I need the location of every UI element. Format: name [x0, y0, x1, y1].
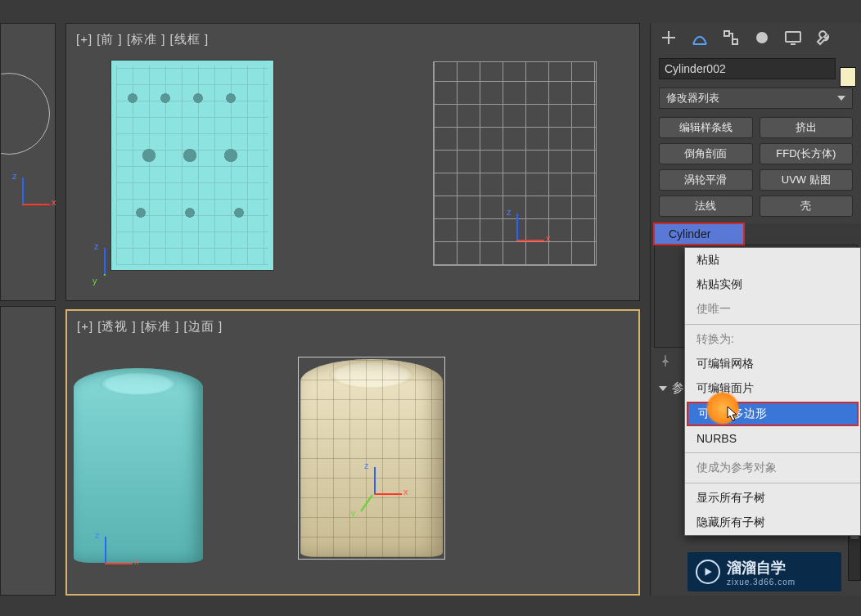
modify-tab-icon[interactable]	[690, 28, 710, 50]
modifier-list-dropdown[interactable]: 修改器列表	[659, 88, 853, 109]
ctx-editable-mesh[interactable]: 可编辑网格	[685, 352, 860, 376]
viewport-label-persp[interactable]: [+] [透视 ] [标准 ] [边面 ]	[77, 319, 223, 335]
svg-rect-3	[786, 32, 800, 42]
utilities-tab-icon[interactable]	[814, 28, 834, 50]
front-plane-object	[110, 60, 274, 271]
modifier-btn-shell[interactable]: 壳	[760, 196, 854, 217]
modifier-btn-ffd[interactable]: FFD(长方体)	[760, 143, 854, 164]
object-color-swatch[interactable]	[840, 67, 856, 87]
object-name-input[interactable]	[659, 58, 836, 79]
ctx-nurbs[interactable]: NURBS	[685, 427, 860, 450]
ctx-convert-to: 转换为:	[685, 327, 860, 352]
ctx-make-unique: 使唯一	[685, 297, 860, 321]
axis-gizmo-persp-corner: z x	[87, 542, 124, 579]
watermark-sub: zixue.3d66.com	[727, 578, 796, 587]
viewport-bottomleft[interactable]	[0, 306, 56, 596]
axis-gizmo-persp[interactable]: z x y	[356, 472, 394, 510]
axis-gizmo-corner: z y	[86, 253, 124, 290]
ctx-hide-all-subtrees[interactable]: 隐藏所有子树	[685, 510, 860, 535]
chevron-down-icon	[659, 386, 667, 391]
viewport-front[interactable]: [+] [前 ] [标准 ] [线框 ] z x z y	[65, 23, 640, 301]
modifier-btn-extrude[interactable]: 挤出	[760, 117, 854, 138]
modifier-btn-editspline[interactable]: 编辑样条线	[659, 117, 753, 138]
viewports: z x [+] [前 ] [标准 ] [线框 ] z x z y [+] [透视…	[0, 23, 643, 596]
ctx-show-all-subtrees[interactable]: 显示所有子树	[685, 486, 860, 510]
display-tab-icon[interactable]	[783, 28, 803, 50]
modifier-list-label: 修改器列表	[666, 91, 719, 106]
pin-icon[interactable]	[659, 354, 672, 367]
cylinder-selected[interactable]: z x y	[298, 357, 445, 560]
cylinder-cream	[300, 359, 443, 557]
ctx-editable-patch[interactable]: 可编辑面片	[685, 376, 860, 401]
cursor-icon	[727, 406, 738, 422]
axis-gizmo: z x	[4, 182, 42, 220]
modifier-btn-turbosmooth[interactable]: 涡轮平滑	[659, 169, 753, 191]
ctx-paste[interactable]: 粘贴	[685, 248, 860, 272]
create-tab-icon[interactable]	[659, 28, 678, 50]
hierarchy-tab-icon[interactable]	[721, 28, 741, 50]
modifier-btn-normal[interactable]: 法线	[659, 196, 753, 217]
modifier-btn-uvw[interactable]: UVW 贴图	[760, 169, 854, 191]
ctx-separator	[685, 452, 860, 453]
context-menu: 粘贴 粘贴实例 使唯一 转换为: 可编辑网格 可编辑面片 可编辑多边形 NURB…	[684, 247, 861, 536]
ctx-separator	[685, 324, 860, 325]
ctx-editable-poly[interactable]: 可编辑多边形	[687, 402, 859, 426]
ctx-separator	[685, 483, 860, 483]
axis-gizmo-front: z x	[498, 218, 536, 256]
modifier-quick-buttons: 编辑样条线 挤出 倒角剖面 FFD(长方体) 涡轮平滑 UVW 贴图 法线 壳	[651, 114, 861, 220]
ctx-paste-instance[interactable]: 粘贴实例	[685, 272, 860, 297]
play-icon	[696, 560, 720, 584]
svg-point-2	[756, 32, 768, 43]
panel-toolbar	[651, 23, 861, 55]
ctx-make-reference: 使成为参考对象	[685, 456, 860, 480]
watermark: 溜溜自学 zixue.3d66.com	[687, 552, 841, 591]
viewport-perspective[interactable]: [+] [透视 ] [标准 ] [边面 ] z x y z x	[65, 309, 640, 596]
modifier-btn-bevelprofile[interactable]: 倒角剖面	[659, 143, 753, 164]
viewport-label-front[interactable]: [+] [前 ] [标准 ] [线框 ]	[76, 32, 209, 47]
chevron-down-icon	[837, 96, 845, 101]
viewport-left[interactable]: z x	[0, 23, 56, 301]
watermark-title: 溜溜自学	[727, 558, 796, 578]
cylinder-teal	[74, 368, 203, 563]
motion-tab-icon[interactable]	[752, 28, 772, 50]
stack-item-cylinder[interactable]: Cylinder	[654, 223, 744, 245]
wire-circle	[0, 73, 50, 155]
svg-rect-0	[724, 31, 729, 36]
